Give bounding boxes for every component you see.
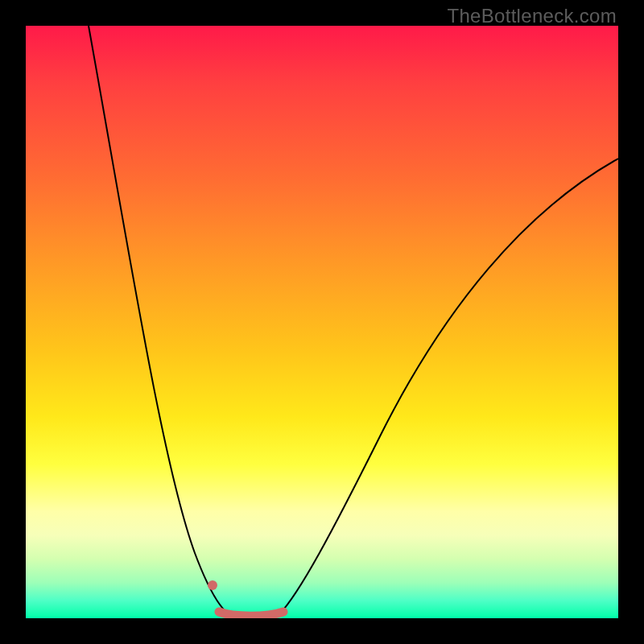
- watermark-text: TheBottleneck.com: [447, 5, 617, 27]
- chart-curves-svg: [26, 26, 618, 618]
- marker-bottom-segment: [219, 612, 283, 616]
- curve-left-branch: [89, 26, 229, 614]
- chart-plot-area: [26, 26, 618, 618]
- marker-left-dot: [208, 580, 217, 590]
- curve-right-branch: [279, 159, 618, 614]
